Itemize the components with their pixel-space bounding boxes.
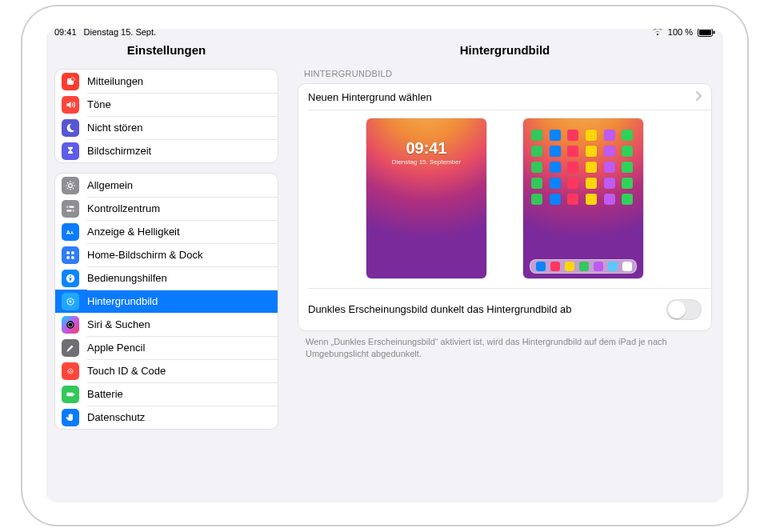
choose-wallpaper-row[interactable]: Neuen Hintergrund wählen (298, 84, 711, 110)
svg-point-4 (71, 77, 75, 81)
lockscreen-time: 09:41 (366, 139, 486, 158)
moon-icon (62, 119, 79, 137)
hourglass-icon (62, 142, 79, 160)
dark-dim-toggle[interactable] (666, 299, 702, 320)
sidebar-item-label: Kontrollzentrum (87, 202, 270, 214)
wallpaper-icon (62, 293, 79, 310)
sidebar-item-label: Bildschirmzeit (87, 145, 270, 157)
svg-text:A: A (70, 230, 74, 234)
settings-sidebar: Einstellungen MitteilungenTöneNicht stör… (46, 38, 286, 507)
sounds-icon (62, 96, 79, 114)
sidebar-item-label: Mitteilungen (87, 75, 270, 87)
svg-rect-1 (699, 30, 711, 35)
sidebar-item-notifications[interactable]: Mitteilungen (55, 70, 278, 93)
sidebar-item-label: Allgemein (87, 179, 270, 191)
status-bar: 09:41 Dienstag 15. Sept. 100 % (46, 24, 723, 38)
sidebar-item-label: Touch ID & Code (87, 365, 270, 377)
sidebar-item-accessibility[interactable]: Bedienungshilfen (55, 266, 278, 290)
sidebar-item-label: Bedienungshilfen (87, 272, 270, 284)
fingerprint-icon (62, 362, 79, 380)
sidebar-item-label: Hintergrundbild (87, 295, 270, 307)
sidebar-group-1: MitteilungenTöneNicht störenBildschirmze… (54, 69, 278, 163)
sidebar-title: Einstellungen (46, 38, 286, 61)
section-header: HINTERGRUNDBILD (304, 69, 709, 78)
sidebar-item-display[interactable]: AAAnzeige & Helligkeit (55, 220, 278, 243)
sidebar-item-touchid[interactable]: Touch ID & Code (55, 359, 278, 382)
wifi-icon (652, 28, 663, 36)
sidebar-item-pencil[interactable]: Apple Pencil (55, 336, 278, 359)
sidebar-item-homescreen[interactable]: Home-Bildschirm & Dock (55, 243, 278, 266)
hand-icon (62, 409, 79, 426)
lockscreen-date: Dienstag 15. September (366, 158, 486, 166)
notifications-icon (62, 73, 79, 90)
wallpaper-previews: 09:41 Dienstag 15. September (298, 110, 711, 288)
ipad-frame: 09:41 Dienstag 15. Sept. 100 % Einstellu (22, 6, 747, 525)
lockscreen-preview[interactable]: 09:41 Dienstag 15. September (366, 118, 486, 278)
choose-wallpaper-label: Neuen Hintergrund wählen (308, 91, 689, 103)
dark-dim-row: Dunkles Erscheinungsbild dunkelt das Hin… (298, 289, 711, 330)
svg-rect-14 (66, 256, 70, 259)
sidebar-item-general[interactable]: Allgemein (55, 174, 278, 197)
battery-icon (698, 28, 715, 37)
sidebar-item-label: Nicht stören (87, 122, 270, 134)
sidebar-item-sounds[interactable]: Töne (55, 93, 278, 116)
svg-point-19 (70, 300, 72, 302)
grid-icon (62, 246, 79, 264)
sidebar-item-label: Anzeige & Helligkeit (87, 226, 270, 238)
sidebar-item-label: Apple Pencil (87, 342, 270, 354)
detail-pane: Hintergrundbild HINTERGRUNDBILD Neuen Hi… (286, 38, 723, 507)
screen: 09:41 Dienstag 15. Sept. 100 % Einstellu (46, 24, 723, 507)
sidebar-item-wallpaper[interactable]: Hintergrundbild (55, 290, 278, 313)
sidebar-item-label: Batterie (87, 388, 270, 400)
dark-dim-label: Dunkles Erscheinungsbild dunkelt das Hin… (308, 303, 660, 316)
sidebar-item-siri[interactable]: Siri & Suchen (55, 313, 278, 336)
svg-point-17 (70, 275, 71, 277)
status-time: 09:41 (54, 27, 77, 37)
homescreen-dock (530, 259, 637, 274)
battery-icon (62, 386, 79, 403)
svg-rect-15 (71, 256, 74, 259)
switches-icon (62, 200, 79, 218)
svg-point-9 (71, 210, 73, 211)
svg-text:A: A (66, 229, 70, 234)
home-button[interactable] (735, 252, 747, 279)
accessibility-icon (62, 270, 79, 287)
sidebar-item-privacy[interactable]: Datenschutz (55, 406, 278, 429)
sidebar-item-label: Datenschutz (87, 411, 270, 423)
status-date: Dienstag 15. Sept. (84, 27, 157, 37)
sidebar-item-screentime[interactable]: Bildschirmzeit (55, 139, 278, 162)
sidebar-item-label: Töne (87, 98, 270, 110)
sidebar-item-label: Home-Bildschirm & Dock (87, 249, 270, 261)
gear-icon (62, 177, 79, 194)
sidebar-group-2: AllgemeinKontrollzentrumAAAnzeige & Hell… (54, 173, 278, 430)
camera-dot (32, 262, 38, 269)
svg-rect-13 (71, 251, 74, 254)
status-battery-pct: 100 % (668, 27, 693, 37)
chevron-right-icon (695, 91, 702, 103)
sidebar-item-dnd[interactable]: Nicht stören (55, 116, 278, 139)
footer-note: Wenn „Dunkles Erscheinungsbild“ aktivier… (306, 336, 707, 360)
svg-point-5 (69, 183, 73, 187)
svg-rect-23 (74, 393, 74, 394)
sidebar-item-label: Siri & Suchen (87, 318, 270, 330)
pencil-icon (62, 339, 79, 357)
wallpaper-card: Neuen Hintergrund wählen 09:41 Dienstag … (298, 83, 712, 331)
sidebar-item-battery[interactable]: Batterie (55, 382, 278, 406)
svg-point-8 (68, 206, 70, 207)
detail-title: Hintergrundbild (286, 38, 723, 61)
sidebar-item-controlcenter[interactable]: Kontrollzentrum (55, 197, 278, 220)
aa-icon: AA (62, 223, 79, 241)
siri-icon (62, 316, 79, 334)
svg-rect-12 (66, 251, 70, 254)
homescreen-apps (531, 130, 635, 205)
homescreen-preview[interactable] (523, 118, 643, 278)
svg-rect-2 (714, 30, 715, 34)
svg-rect-22 (66, 392, 73, 396)
